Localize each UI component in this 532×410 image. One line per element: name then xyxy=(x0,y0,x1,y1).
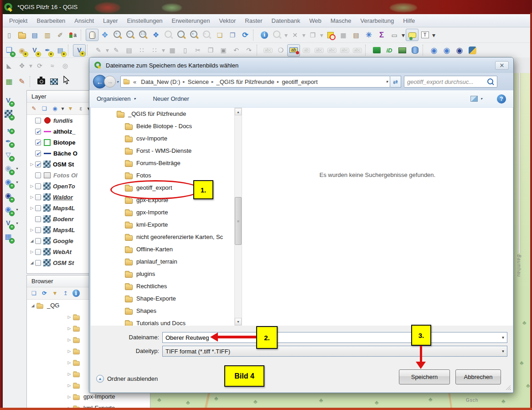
highlight-labels-icon[interactable]: ab xyxy=(287,44,300,57)
forward-button[interactable]: → xyxy=(104,76,116,88)
menu-item[interactable]: Einstellungen xyxy=(123,15,167,26)
layer-visibility-checkbox[interactable] xyxy=(35,151,41,156)
save-button[interactable]: Speichern xyxy=(399,369,450,384)
folder-row[interactable]: Offline-Karten xyxy=(91,243,234,255)
statistics-sigma-icon[interactable]: Σ xyxy=(375,29,388,41)
layer-visibility-checkbox[interactable] xyxy=(35,183,41,189)
help-button[interactable]: ? xyxy=(497,94,506,104)
menu-item[interactable]: Projekt xyxy=(5,15,32,26)
add-selected-layers-icon[interactable]: ❏ xyxy=(29,288,39,299)
web-search-globe-icon[interactable]: ◉ xyxy=(440,44,453,57)
folder-row[interactable]: nicht georeferenzierte Karten, Sc xyxy=(91,231,234,243)
add-raster-layer-icon[interactable] xyxy=(2,108,15,120)
style-manager-icon[interactable]: a xyxy=(67,29,79,41)
plugin-power-icon[interactable] xyxy=(370,44,383,57)
new-folder-button[interactable]: Neuer Ordner xyxy=(153,95,189,102)
organize-button[interactable]: Organisieren ▾ xyxy=(97,95,137,102)
annotation-dropdown[interactable]: ▾ xyxy=(431,29,436,41)
new-table-icon[interactable]: ▦ xyxy=(2,231,15,243)
menu-item[interactable]: Hilfe xyxy=(398,15,419,26)
expander-icon[interactable]: ▷ xyxy=(66,326,72,331)
zoom-to-layer-icon[interactable] xyxy=(175,29,188,41)
folder-row[interactable]: _QGIS für Pilzfreunde xyxy=(91,108,234,120)
data-source-manager-icon[interactable]: ❏ xyxy=(3,44,15,57)
expander-icon[interactable]: ▷ xyxy=(66,315,72,319)
expander-icon[interactable]: ▷ xyxy=(29,228,35,232)
identify-features-icon[interactable]: i xyxy=(258,29,271,41)
breadcrumb-dropdown-icon[interactable]: ▾ xyxy=(386,79,388,84)
manage-visibility-icon[interactable]: ◉ xyxy=(50,104,60,114)
chevron-down-icon[interactable]: ▼ xyxy=(499,332,507,343)
field-calculator-icon[interactable]: ▤ xyxy=(350,29,362,41)
layer-visibility-checkbox[interactable] xyxy=(35,129,41,135)
folder-row[interactable]: Fotos xyxy=(91,169,234,182)
filter-browser-icon[interactable]: ▼ xyxy=(50,288,60,299)
open-project-icon[interactable] xyxy=(15,29,28,41)
map-theme-icon[interactable]: ▦ xyxy=(3,75,15,88)
expander-icon[interactable]: ▷ xyxy=(29,195,35,199)
expander-icon[interactable]: ◢ xyxy=(29,260,35,265)
scroll-up-icon[interactable]: ▲ xyxy=(235,108,242,115)
views-button[interactable]: ▾ xyxy=(470,96,484,102)
scroll-down-icon[interactable]: ▼ xyxy=(235,318,242,325)
breadcrumb[interactable]: « Data_New (D:) ▸ Science ▸ _QGIS für Pi… xyxy=(120,76,390,88)
zoom-native-icon[interactable]: 1:1 xyxy=(137,29,150,41)
folder-row[interactable]: planlauf_terrain xyxy=(91,255,234,268)
filter-legend-icon[interactable]: ▼ xyxy=(65,104,76,114)
osm-binoculars-globe-icon[interactable]: ◉ xyxy=(453,44,466,57)
text-annotation-icon[interactable]: T xyxy=(418,29,431,41)
pan-to-selection-icon[interactable]: ✥ xyxy=(98,29,111,41)
menu-item[interactable]: Vektor xyxy=(214,15,240,26)
layout-manager-icon[interactable]: ✐ xyxy=(54,29,67,41)
side-dropdown[interactable]: ▾ xyxy=(15,203,20,215)
folder-row[interactable]: Forst - WMS-Dienste xyxy=(91,145,234,157)
folder-row[interactable]: csv-Importe xyxy=(91,132,234,145)
measure-dropdown[interactable]: ▾ xyxy=(401,29,406,41)
folder-row[interactable]: gpx-Importe xyxy=(91,206,234,218)
folder-row[interactable]: plugins xyxy=(91,268,234,280)
side-dropdown[interactable]: ▾ xyxy=(15,176,20,188)
refresh-map-icon[interactable]: ⟳ xyxy=(239,29,252,41)
expander-icon[interactable]: ▷ xyxy=(66,372,72,376)
add-spatialite-layer-icon[interactable]: ✒ xyxy=(2,135,15,147)
layer-visibility-checkbox[interactable] xyxy=(35,260,41,266)
add-vector-tile-layer-icon[interactable]: ◉ xyxy=(2,203,15,216)
scrollbar-thumb[interactable]: ≡ xyxy=(235,197,242,245)
properties-info-icon[interactable]: i xyxy=(71,288,81,299)
expression-filter-icon[interactable]: ε xyxy=(76,104,86,114)
add-postgis-layer-icon[interactable]: ◉ xyxy=(2,162,15,175)
measure-ruler-icon[interactable]: ▭ xyxy=(388,29,401,41)
tree-scrollbar[interactable]: ▲ ≡ ▼ xyxy=(234,108,242,326)
visibility-dropdown[interactable]: ▾ xyxy=(60,103,65,114)
chevron-down-icon[interactable]: ▼ xyxy=(499,346,507,356)
python-console-icon[interactable] xyxy=(466,44,479,57)
folder-row[interactable]: Rechtliches xyxy=(91,280,234,292)
side-dropdown[interactable] xyxy=(15,231,20,243)
layer-visibility-checkbox[interactable] xyxy=(35,118,41,124)
layer-visibility-checkbox[interactable] xyxy=(35,161,41,167)
breadcrumb-segment[interactable]: geotiff_export xyxy=(280,78,320,85)
expander-icon[interactable]: ▷ xyxy=(29,206,35,210)
map-styling-icon[interactable]: ✎ xyxy=(15,75,28,88)
save-map-image-camera-icon[interactable] xyxy=(35,75,47,88)
menu-item[interactable]: Verarbeitung xyxy=(356,15,399,26)
web-download-globe-icon[interactable]: ◉ xyxy=(428,44,440,57)
hide-folders-button[interactable]: ▲ Ordner ausblenden xyxy=(96,375,158,383)
refresh-browser-icon[interactable]: ⟳ xyxy=(39,288,50,299)
add-group-icon[interactable]: ❏ xyxy=(39,104,50,114)
add-delimited-text-icon[interactable]: , xyxy=(2,121,15,134)
zoom-out-icon[interactable]: − xyxy=(124,29,137,41)
zoom-in-icon[interactable]: + xyxy=(111,29,124,41)
menu-item[interactable]: Ansicht xyxy=(70,15,98,26)
menu-item[interactable]: Datenbank xyxy=(267,15,305,26)
layer-visibility-checkbox[interactable] xyxy=(35,216,41,222)
menu-item[interactable]: Bearbeiten xyxy=(32,15,70,26)
layer-visibility-checkbox[interactable] xyxy=(35,140,41,145)
db-manager-icon[interactable] xyxy=(408,44,421,57)
menu-item[interactable]: Layer xyxy=(98,15,123,26)
menu-item[interactable]: Masche xyxy=(326,15,356,26)
layer-visibility-checkbox[interactable] xyxy=(35,249,41,255)
history-dropdown-icon[interactable]: ▾ xyxy=(117,80,119,84)
new-virtual-layer-icon[interactable]: V xyxy=(73,44,86,57)
side-dropdown[interactable] xyxy=(15,190,20,202)
